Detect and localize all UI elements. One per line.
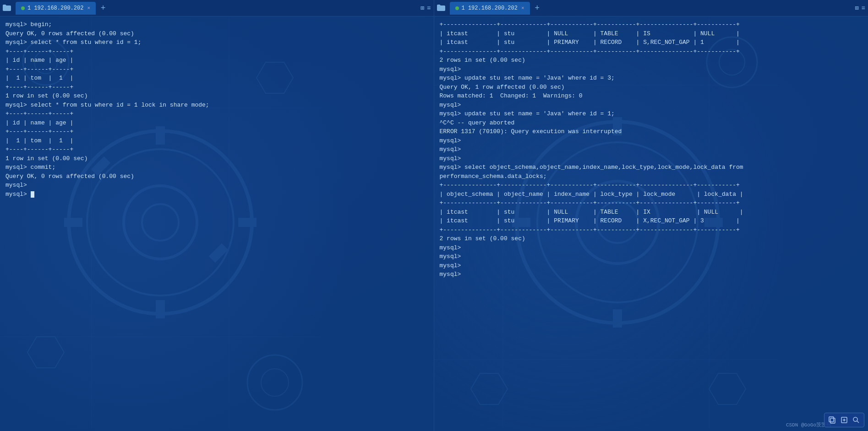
terminal-line: mysql> — [440, 65, 863, 74]
terminal-line: +----+------+-----+ — [5, 127, 428, 136]
terminal-cursor-left — [31, 191, 34, 198]
terminal-line: +----+------+-----+ — [5, 47, 428, 56]
terminal-line: | id | name | age | — [5, 119, 428, 128]
folder-icon-right — [437, 5, 446, 12]
terminal-line: | itcast | stu | PRIMARY | RECORD | X,RE… — [440, 216, 863, 226]
terminal-line: mysql> select object_schema,object_name,… — [440, 163, 863, 172]
terminal-line: mysql> — [5, 181, 428, 190]
terminal-line: +---------------+-------------+---------… — [440, 47, 863, 56]
menu-lines-right[interactable]: ≡ — [862, 5, 865, 12]
folder-icon-left — [3, 5, 12, 12]
terminal-line: mysql> select * from stu where id = 1; — [5, 38, 428, 47]
terminal-line: mysql> — [440, 154, 863, 163]
terminal-line: mysql> — [440, 270, 863, 279]
terminal-line: 1 row in set (0.00 sec) — [5, 154, 428, 163]
terminal-line: mysql> — [440, 101, 863, 110]
grid-squares-right[interactable]: ⊞ — [855, 4, 858, 12]
tab-status-dot-right — [455, 6, 459, 10]
tab-title-left: 1 192.168.200.202 — [27, 5, 83, 11]
terminal-pane-left[interactable]: mysql> begin;Query OK, 0 rows affected (… — [0, 16, 434, 431]
tab-status-dot-left — [21, 6, 25, 10]
tab-left[interactable]: 1 192.168.200.202 × — [16, 2, 96, 15]
terminal-line: mysql> — [440, 136, 863, 145]
terminal-line: +----+------+-----+ — [5, 65, 428, 74]
terminal-content-left[interactable]: mysql> begin;Query OK, 0 rows affected (… — [0, 16, 434, 431]
svg-rect-36 — [830, 418, 835, 423]
terminal-line: mysql> update stu set name = 'Java' wher… — [440, 74, 863, 83]
terminal-pane-right[interactable]: +---------------+-------------+---------… — [434, 16, 868, 431]
toolbar-icons — [824, 413, 864, 427]
terminal-line: +----+------+-----+ — [5, 109, 428, 119]
search-icon[interactable] — [851, 415, 861, 425]
terminal-line: | 1 | tom | 1 | — [5, 136, 428, 145]
add-tab-left[interactable]: + — [98, 3, 109, 14]
tab-bar-left: 1 192.168.200.202 × + ⊞ ≡ — [0, 0, 434, 16]
terminal-line: | itcast | stu | PRIMARY | RECORD | S,RE… — [440, 38, 863, 47]
tab-close-right[interactable]: × — [521, 5, 524, 11]
terminal-line: 1 row in set (0.00 sec) — [5, 92, 428, 101]
terminal-line: Query OK, 0 rows affected (0.00 sec) — [5, 172, 428, 181]
terminal-line: mysql> — [440, 252, 863, 261]
tab-close-left[interactable]: × — [87, 5, 90, 11]
terminal-line: mysql> commit; — [5, 163, 428, 172]
terminal-line: | id | name | age | — [5, 56, 428, 65]
terminal-line: mysql> select * from stu where id = 1 lo… — [5, 101, 428, 110]
terminal-line: mysql> — [440, 261, 863, 270]
tab-bar: 1 192.168.200.202 × + ⊞ ≡ 1 192.168.200.… — [0, 0, 868, 16]
terminal-line: 2 rows in set (0.00 sec) — [440, 234, 863, 243]
menu-lines-left[interactable]: ≡ — [427, 5, 431, 12]
tab-bar-right: 1 192.168.200.202 × + ⊞ ≡ — [434, 0, 868, 16]
terminal-line: +----+------+-----+ — [5, 145, 428, 154]
terminal-line: +---------------+-------------+---------… — [440, 226, 863, 235]
terminal-line: +----+------+-----+ — [5, 83, 428, 92]
terminal-content-right[interactable]: +---------------+-------------+---------… — [434, 16, 868, 431]
terminal-line: mysql> update stu set name = 'Java' wher… — [440, 109, 863, 119]
svg-line-42 — [857, 421, 859, 423]
main-content: mysql> begin;Query OK, 0 rows affected (… — [0, 16, 868, 431]
terminal-line: mysql> begin; — [5, 20, 428, 29]
terminal-line: | itcast | stu | NULL | TABLE | IX | NUL… — [440, 208, 863, 217]
terminal-line: mysql> — [440, 145, 863, 154]
add-tab-right[interactable]: + — [532, 3, 543, 14]
grid-squares-left[interactable]: ⊞ — [420, 4, 424, 12]
terminal-line: | 1 | tom | 1 | — [5, 74, 428, 83]
grid-icon-right: ⊞ ≡ — [855, 4, 865, 12]
terminal-line: | itcast | stu | NULL | TABLE | IS | NUL… — [440, 29, 863, 38]
terminal-line: mysql> — [5, 190, 428, 199]
svg-rect-37 — [829, 417, 834, 422]
svg-point-41 — [853, 417, 857, 421]
tab-title-right: 1 192.168.200.202 — [462, 5, 518, 11]
terminal-line: | object_schema | object_name | index_na… — [440, 190, 863, 199]
terminal-line: performance_schema.data_locks; — [440, 172, 863, 181]
terminal-line: Query OK, 1 row affected (0.00 sec) — [440, 83, 863, 92]
terminal-line: Rows matched: 1 Changed: 1 Warnings: 0 — [440, 92, 863, 101]
tab-right[interactable]: 1 192.168.200.202 × — [450, 2, 530, 15]
terminal-line: +---------------+-------------+---------… — [440, 199, 863, 208]
terminal-line: Query OK, 0 rows affected (0.00 sec) — [5, 29, 428, 38]
terminal-line: mysql> — [440, 243, 863, 253]
terminal-line: ERROR 1317 (70100): Query execution was … — [440, 127, 863, 136]
terminal-line: 2 rows in set (0.00 sec) — [440, 56, 863, 65]
copy-icon[interactable] — [827, 415, 837, 425]
terminal-line: ^C^C -- query aborted — [440, 119, 863, 128]
terminal-line: +---------------+-------------+---------… — [440, 181, 863, 190]
terminal-line: +---------------+-------------+---------… — [440, 20, 863, 29]
copy2-icon[interactable] — [839, 415, 849, 425]
grid-icon-left: ⊞ ≡ — [420, 4, 431, 12]
